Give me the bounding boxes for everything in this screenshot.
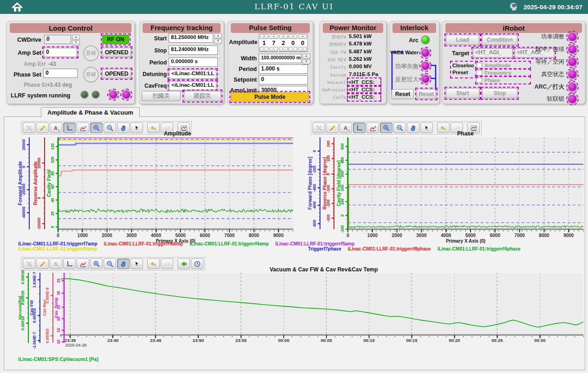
- digit-increment-button[interactable]: +: [298, 34, 307, 39]
- svg-text:Cav FW: Cav FW: [29, 300, 34, 315]
- vacuum-chart[interactable]: Vacuum & Cav FW & Cav Rev&Cav Temp23:352…: [17, 267, 587, 354]
- digit-increment-button[interactable]: +: [269, 34, 278, 39]
- pulse-row-label: Setpoint: [229, 77, 257, 83]
- phase-opened-button[interactable]: OPENED: [102, 69, 131, 78]
- freq-row-value[interactable]: 81.240000 MHz: [169, 45, 218, 55]
- checkbox-label: Amplitude: [484, 63, 510, 68]
- start-button[interactable]: Start: [446, 88, 479, 98]
- cwdrive-input[interactable]: 0: [44, 35, 71, 44]
- interlock-led: [421, 48, 430, 58]
- amplitude-chart[interactable]: Amplitude0100020003000400050006000700080…: [17, 131, 301, 245]
- panel-title: Frequency tracking: [143, 23, 221, 33]
- svg-text:00:25: 00:25: [491, 338, 503, 343]
- load-button[interactable]: Load: [446, 35, 479, 45]
- status-led-4-frame: [120, 89, 132, 101]
- svg-text:1000: 1000: [78, 233, 88, 238]
- loop-control-panel: Loop Control CWDrive 0 ▲▼ RF ON Amp Set …: [7, 21, 135, 104]
- amplitude-digit-spinner[interactable]: +1−+7−+2−+0−+0−: [259, 33, 308, 52]
- reset-button-2[interactable]: Reset: [417, 89, 436, 99]
- amp-opened-button[interactable]: OPENED: [102, 48, 131, 57]
- freq-row-value[interactable]: 0.000000 s: [169, 58, 218, 67]
- step-up-icon[interactable]: ▲: [302, 54, 310, 59]
- pulse-row-value[interactable]: 1.000 s: [259, 64, 308, 74]
- step-down-icon[interactable]: ▼: [302, 59, 310, 64]
- digit-decrement-button[interactable]: −: [279, 47, 288, 51]
- phase-legend: Triggerf7phaseiLinac-CM01:LLRF-01:trigge…: [308, 246, 527, 251]
- pulse-row-label: Width: [229, 55, 257, 62]
- window-title: LLRF-01 CAV UI: [0, 2, 588, 11]
- pulse-row-label: Period: [229, 66, 257, 72]
- digit-increment-button[interactable]: +: [260, 34, 268, 39]
- ai-brain-icon[interactable]: [508, 0, 519, 13]
- step-down-icon[interactable]: ▼: [72, 40, 80, 45]
- interlock-led: [421, 61, 430, 71]
- amp-set-input[interactable]: 0: [44, 48, 77, 57]
- digit-column: +0−: [288, 34, 297, 51]
- amp-open-loop-button[interactable]: 开环: [83, 45, 99, 61]
- condition-button[interactable]: Condition: [482, 35, 517, 45]
- tab-amplitude-phase-vacuum[interactable]: Amplitude & Phase & Vacuum: [41, 107, 140, 117]
- svg-text:-600: -600: [312, 201, 317, 209]
- step-down-icon[interactable]: ▼: [214, 39, 222, 44]
- freq-row-label: Period: [141, 59, 167, 66]
- reset-button[interactable]: Reset: [392, 89, 414, 99]
- digit-column: +1−: [260, 34, 268, 51]
- pm-row-frame: <HT_CCS:: [347, 92, 381, 102]
- llrf-status-label: LLRF system running: [11, 92, 70, 99]
- svg-text:30: 30: [56, 291, 61, 296]
- amp-opened-frame: OPENED: [101, 46, 132, 58]
- irobot-status-label: 软联锁: [517, 95, 564, 103]
- checkbox[interactable]: [477, 70, 482, 76]
- digit-column: +2−: [279, 34, 288, 51]
- svg-text:-100: -100: [340, 225, 345, 233]
- pulse-row-value[interactable]: 100.000000000 m: [259, 54, 301, 63]
- digit-value: 0: [291, 39, 294, 46]
- freq-row-stepper[interactable]: ▲▼: [214, 33, 222, 44]
- digit-value: 7: [272, 39, 275, 46]
- digit-decrement-button[interactable]: −: [288, 47, 297, 51]
- pulse-row-stepper[interactable]: ▲▼: [302, 54, 310, 64]
- cwdrive-stepper[interactable]: ▲▼: [72, 35, 80, 45]
- digit-decrement-button[interactable]: −: [298, 47, 307, 51]
- digit-decrement-button[interactable]: −: [269, 47, 278, 51]
- pulse-row-value[interactable]: 0: [259, 75, 308, 84]
- pulse-mode-button[interactable]: Pulse Mode: [231, 92, 309, 102]
- svg-text:5000: 5000: [175, 233, 186, 238]
- pm-row-label: HePressur: [320, 87, 346, 92]
- pm-row-label: Vacuum: [320, 72, 346, 77]
- svg-text:200: 200: [326, 140, 331, 147]
- phase-open-loop-button[interactable]: 开环: [83, 67, 99, 83]
- rf-on-button[interactable]: RF ON: [102, 35, 129, 44]
- track-off-button[interactable]: 跟踪关: [184, 91, 221, 101]
- sweep-off-button[interactable]: 扫频关: [142, 91, 181, 101]
- digit-increment-button[interactable]: +: [279, 34, 288, 39]
- svg-text:-40000: -40000: [21, 206, 26, 219]
- svg-text:23:35: 23:35: [65, 338, 76, 343]
- step-up-icon[interactable]: ▲: [214, 33, 222, 39]
- legend-entry: Triggerf7phase: [308, 246, 341, 251]
- track-off-frame: 跟踪关: [183, 90, 222, 103]
- svg-text:-1.064E-7: -1.064E-7: [32, 332, 37, 349]
- undo-icon: [150, 260, 157, 268]
- svg-text:1000: 1000: [367, 233, 378, 238]
- wand-icon: [39, 260, 46, 268]
- phase-chart[interactable]: Phase01000200030004000500060007000800090…: [307, 131, 586, 245]
- svg-text:7000: 7000: [224, 233, 235, 238]
- interlock-led: [421, 74, 430, 84]
- freq-row-value[interactable]: <iLinac-CM01:LL: [169, 70, 216, 79]
- pm-row-value: 5.262 kW: [349, 56, 372, 62]
- digit-decrement-button[interactable]: −: [260, 47, 268, 51]
- checkbox[interactable]: [477, 77, 482, 83]
- pm-row-value: 5.501 kW: [349, 33, 372, 39]
- freq-row-value[interactable]: 81.250000 MHz: [169, 33, 213, 43]
- svg-text:8000: 8000: [539, 233, 549, 238]
- svg-text:Reverse Phase [degree]: Reverse Phase [degree]: [322, 157, 327, 209]
- checkbox[interactable]: [477, 63, 482, 68]
- pulse-mode-frame: Pulse Mode: [229, 91, 310, 103]
- freq-row-value[interactable]: <iLinac-CM01:LL: [169, 81, 216, 90]
- step-up-icon[interactable]: ▲: [72, 35, 80, 40]
- phase-set-input[interactable]: 0: [43, 69, 78, 78]
- vacuum-legend: iLinac-CM01:SPS:CpVacuum1 [Pa]: [18, 356, 105, 362]
- stop-button[interactable]: Stop: [482, 88, 517, 98]
- digit-increment-button[interactable]: +: [288, 34, 297, 39]
